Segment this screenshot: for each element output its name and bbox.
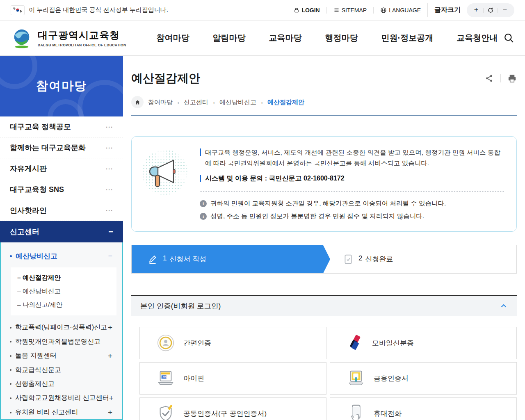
auth-label: 공동인증서(구 공인인증서) [183,409,267,418]
megaphone-illustration [142,150,187,195]
bullet-icon [10,355,11,357]
blue-bar-icon [200,175,201,182]
more-icon: ··· [106,186,113,193]
guide-paragraph: 대구교육 행정운영, 서비스, 제도의 개선에 관련된 소중한 의견을 받고 있… [205,147,504,169]
sidebar-item-label: 대구교육청 SNS [10,185,64,194]
report-center-submenu: 예산낭비신고 − – 예산절감제안 – 예산낭비신고 – 나의신고/제안 학교폭… [0,242,123,420]
site-logo[interactable]: 대구광역시교육청 DAEGU METROPOLITAN OFFICE OF ED… [11,27,126,50]
global-nav: 참여마당 알림마당 교육마당 행정마당 민원·정보공개 교육청안내 [157,32,498,43]
auth-card-joint-cert[interactable]: 공동인증서(구 공인인증서) [139,397,326,420]
more-icon: ··· [106,165,113,172]
submenu-item-private-school-hiring[interactable]: 사립학교교원채용비리 신고센터 + [1,391,122,405]
breadcrumb-item[interactable]: 참여마당 [148,98,173,106]
sidebar-item-hr-hotline[interactable]: 인사핫라인 ··· [0,200,123,221]
font-zoom-reset-button[interactable] [484,3,498,17]
blue-bar-icon [200,148,201,156]
auth-card-simple-auth[interactable]: 간편인증 [139,327,326,359]
auth-label: 아이핀 [183,374,204,383]
submenu-item-label: 학교폭력(딥페이크·성폭력)신고 [15,323,107,332]
print-button[interactable] [507,74,517,83]
nav-item-participation[interactable]: 참여마당 [157,32,189,43]
submenu-item-school-violence[interactable]: 학교폭력(딥페이크·성폭력)신고 + [1,320,122,335]
search-button[interactable] [503,32,514,43]
mobile-id-icon [347,334,364,352]
sidebar-item-daegu-edu-culture[interactable]: 함께하는 대구교육문화 ··· [0,137,123,158]
sidebar-item-label: 신고센터 [10,227,39,237]
joint-cert-icon [156,404,175,420]
font-size-label: 글자크기 [434,6,465,14]
budget-waste-children: – 예산절감제안 – 예산낭비신고 – 나의신고/제안 [11,267,116,315]
mobile-phone-icon [347,404,365,420]
font-size-controls: + − [467,3,514,17]
breadcrumb-item[interactable]: 신고센터 [184,98,208,106]
sidebar-title: 참여마당 [36,78,87,94]
auth-card-mobile-id[interactable]: 모바일신분증 [330,327,517,359]
main-content: 예산절감제안 참여마당 › 신고센터 › 예산낭비신고 › 예산절감제안 [123,56,525,420]
breadcrumb-item[interactable]: 예산낭비신고 [219,98,256,106]
auth-card-finance-cert[interactable]: 금융인증서 [330,362,517,395]
sidebar-item-policy-contest[interactable]: 대구교육 정책공모 ··· [0,116,123,137]
nav-item-civil-info[interactable]: 민원·정보공개 [381,32,434,43]
refresh-icon [487,7,494,14]
sidebar-item-label: 인사핫라인 [10,205,47,215]
font-zoom-in-button[interactable]: + [469,3,483,17]
breadcrumb: 참여마당 › 신고센터 › 예산낭비신고 › 예산절감제안 [131,96,517,116]
identity-verification-section: 본인 인증(비회원 로그인) 간편인증 모바일신분증 I-PIN 아이핀 [131,295,517,420]
info-icon: i [200,200,207,207]
submenu-child-my-reports[interactable]: – 나의신고/제안 [11,298,116,312]
sidebar-item-free-board[interactable]: 자유게시판 ··· [0,158,123,179]
utility-bar: 이 누리집은 대한민국 공식 전자정부 누리집입니다. LOGIN SITEMA… [0,0,525,21]
bullet-icon [10,369,11,371]
breadcrumb-home-button[interactable] [131,96,144,108]
submenu-item-advance-question[interactable]: 선행출제신고 [1,377,122,391]
font-zoom-out-button[interactable]: − [498,3,512,17]
submenu-group-budget-waste[interactable]: 예산낭비신고 − [1,249,122,263]
info-icon: i [200,213,207,220]
submenu-item-illegal-academy[interactable]: 학원및개인과외불법운영신고 [1,335,122,349]
sidebar-item-label: 자유게시판 [10,164,47,173]
collapse-minus-icon: − [108,252,112,260]
breadcrumb-item-current[interactable]: 예산절감제안 [267,98,304,106]
identity-verification-header[interactable]: 본인 인증(비회원 로그인) [131,295,517,316]
bullet-icon [10,341,11,342]
auth-card-ipin[interactable]: I-PIN 아이핀 [139,362,326,395]
step-label: 신청서 작성 [169,254,206,264]
sitemap-label: SITEMAP [342,7,367,14]
login-button[interactable]: LOGIN [287,7,326,14]
document-check-icon [343,254,354,265]
language-button[interactable]: LANGUAGE [373,7,427,14]
language-label: LANGUAGE [389,7,421,14]
site-header: 대구광역시교육청 DAEGU METROPOLITAN OFFICE OF ED… [0,21,525,56]
more-icon: ··· [106,207,113,214]
notice-text: 성명, 주소 등 민원인 정보가 불분명한 경우 민원 접수 및 처리되지 않습… [210,212,424,221]
submenu-item-school-meal[interactable]: 학교급식신문고 [1,363,122,377]
sidebar: 참여마당 대구교육 정책공모 ··· 함께하는 대구교육문화 ··· 자유게시판… [0,56,123,420]
auth-methods-grid: 간편인증 모바일신분증 I-PIN 아이핀 금융인증서 공동인증서(구 공인인증… [139,327,517,420]
auth-card-mobile-phone[interactable]: 휴대전화 [330,397,517,420]
sitemap-button[interactable]: SITEMAP [326,7,373,14]
submenu-item-kindergarten-corruption[interactable]: 유치원 비리 신고센터 + [1,405,122,420]
submenu-item-care-support[interactable]: 돌봄 지원센터 + [1,349,122,363]
search-icon [503,32,514,43]
nav-item-administration[interactable]: 행정마당 [325,32,358,43]
sidebar-item-report-center[interactable]: 신고센터 − [0,221,123,242]
submenu-item-label: 유치원 비리 신고센터 [15,408,78,417]
chevron-up-icon[interactable] [500,302,508,310]
submenu-child-budget-saving-proposal[interactable]: – 예산절감제안 [11,271,116,285]
nav-item-office-guide[interactable]: 교육청안내 [457,32,498,43]
share-icon [485,74,494,83]
sidebar-item-sns[interactable]: 대구교육청 SNS ··· [0,179,123,200]
auth-label: 휴대전화 [374,409,402,418]
step-number: 2 [358,254,362,264]
nav-item-education[interactable]: 교육마당 [269,32,302,43]
nav-item-notice[interactable]: 알림마당 [213,32,246,43]
sidebar-item-label: 함께하는 대구교육문화 [10,143,86,153]
page-title: 예산절감제안 [131,71,200,86]
bullet-icon [10,327,11,329]
logo-globe-icon [11,27,33,50]
menu-lines-icon [333,7,340,13]
more-icon: ··· [106,123,113,130]
megaphone-icon [146,155,183,189]
share-button[interactable] [485,74,494,83]
submenu-child-budget-waste-report[interactable]: – 예산낭비신고 [11,285,116,298]
